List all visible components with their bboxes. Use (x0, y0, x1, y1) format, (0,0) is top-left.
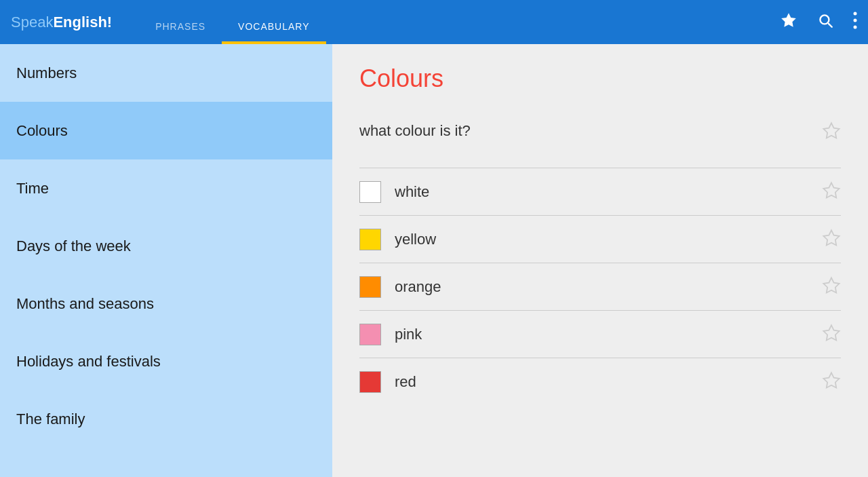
colour-label-yellow: yellow (395, 231, 822, 248)
sidebar-item-months[interactable]: Months and seasons (0, 275, 332, 332)
header-nav: PHRASES VOCABULARY (139, 0, 326, 44)
search-icon[interactable] (816, 12, 834, 33)
colour-label-orange: orange (395, 278, 822, 296)
main-layout: Numbers Colours Time Days of the week Mo… (0, 44, 868, 477)
favourite-star-yellow[interactable] (822, 229, 841, 250)
content-area: Colours what colour is it? white yellow (332, 44, 868, 477)
nav-phrases[interactable]: PHRASES (139, 21, 222, 44)
content-title: Colours (359, 64, 841, 93)
app-header: SpeakEnglish! PHRASES VOCABULARY (0, 0, 868, 44)
svg-point-0 (854, 12, 857, 15)
logo-english: English! (53, 14, 112, 31)
logo-speak: Speak (11, 14, 53, 31)
favourite-star-question[interactable] (822, 121, 841, 140)
colour-row-orange[interactable]: orange (359, 263, 841, 310)
question-label: what colour is it? (359, 122, 822, 140)
sidebar-item-numbers[interactable]: Numbers (0, 44, 332, 102)
swatch-pink (359, 324, 381, 345)
more-vert-icon[interactable] (853, 12, 857, 33)
sidebar: Numbers Colours Time Days of the week Mo… (0, 44, 332, 477)
svg-point-2 (854, 25, 857, 28)
colour-label-pink: pink (395, 326, 822, 343)
star-icon[interactable] (780, 12, 797, 33)
swatch-white (359, 181, 381, 203)
colour-label-white: white (395, 183, 822, 201)
nav-vocabulary[interactable]: VOCABULARY (222, 21, 326, 44)
favourite-star-orange[interactable] (822, 276, 841, 298)
sidebar-item-colours[interactable]: Colours (0, 102, 332, 159)
favourite-star-pink[interactable] (822, 324, 841, 345)
svg-point-1 (854, 18, 857, 22)
colour-row-red[interactable]: red (359, 358, 841, 405)
sidebar-item-family[interactable]: The family (0, 390, 332, 448)
colour-label-red: red (395, 373, 822, 391)
swatch-yellow (359, 229, 381, 250)
sidebar-item-days[interactable]: Days of the week (0, 217, 332, 275)
header-actions (780, 12, 857, 33)
swatch-red (359, 371, 381, 393)
app-logo: SpeakEnglish! (11, 14, 112, 31)
sidebar-item-time[interactable]: Time (0, 159, 332, 217)
sidebar-item-holidays[interactable]: Holidays and festivals (0, 332, 332, 390)
colour-row-yellow[interactable]: yellow (359, 215, 841, 263)
favourite-star-red[interactable] (822, 371, 841, 393)
favourite-star-white[interactable] (822, 181, 841, 203)
colour-row-pink[interactable]: pink (359, 310, 841, 358)
colour-row-question[interactable]: what colour is it? (359, 113, 841, 161)
swatch-orange (359, 276, 381, 298)
colour-row-white[interactable]: white (359, 168, 841, 215)
